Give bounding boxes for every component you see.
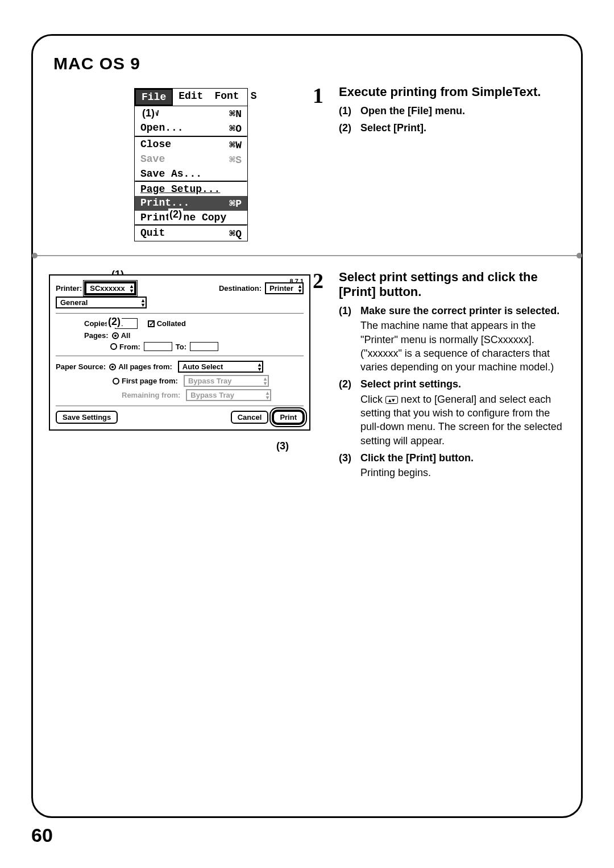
step-2: 2 Select print settings and click the [P… xyxy=(313,270,565,483)
updown-icon: ▴▾ xyxy=(298,284,301,293)
collated-label: Collated xyxy=(157,319,186,328)
desc-pre: Click xyxy=(360,394,385,405)
sub-num: (1) xyxy=(339,304,360,374)
print-dialog: 8.7.1 Printer: SCxxxxxx ▴▾ Destination: … xyxy=(49,274,310,431)
menu-item-quit[interactable]: Quit ⌘Q xyxy=(135,226,247,241)
menu-item-label: Close xyxy=(140,139,171,151)
menu-item-label: Print One Copy xyxy=(140,212,226,223)
sub-num: (3) xyxy=(339,451,360,480)
remaining-label: Remaining from: xyxy=(122,391,180,399)
step-number: 2 xyxy=(313,270,339,483)
content-frame: MAC OS 9 File Edit Font S New ⌘N xyxy=(31,34,583,818)
menu-item-save-as[interactable]: Save As... xyxy=(135,167,247,181)
first-page-select: Bypass Tray ▴▾ xyxy=(184,375,269,387)
step-1: 1 Execute printing from SimpleText. (1) … xyxy=(313,85,565,139)
menu-item-shortcut: ⌘S xyxy=(229,153,242,166)
step1-item-2: (2) Select [Print]. xyxy=(339,121,565,135)
sub-num: (2) xyxy=(339,121,360,135)
updown-icon: ▴▾ xyxy=(142,298,144,307)
sub-desc: The machine name that appears in the "Pr… xyxy=(360,319,565,374)
callout-2: (2) xyxy=(168,208,183,220)
first-page-value: Bypass Tray xyxy=(188,377,232,385)
destination-value: Printer xyxy=(269,284,293,293)
menu-item-page-setup[interactable]: Page Setup... xyxy=(135,182,247,196)
menu-tab-tail: S xyxy=(245,89,263,106)
menu-item-label: Print... xyxy=(140,197,189,210)
save-settings-button[interactable]: Save Settings xyxy=(56,411,118,424)
step2-item-1: (1) Make sure the correct printer is sel… xyxy=(339,304,565,374)
remaining-select: Bypass Tray ▴▾ xyxy=(186,389,271,401)
first-page-radio[interactable] xyxy=(113,378,119,385)
pages-all-label: All xyxy=(121,331,131,340)
menu-item-shortcut: ⌘O xyxy=(229,122,242,135)
all-pages-radio[interactable] xyxy=(109,364,116,370)
menu-tab-file[interactable]: File xyxy=(135,89,173,106)
sub-title: Click the [Print] button. xyxy=(360,452,474,464)
collated-checkbox[interactable] xyxy=(148,320,155,327)
destination-select[interactable]: Printer ▴▾ xyxy=(265,282,304,294)
callout-1: (1) xyxy=(141,107,156,119)
step1-item-1: (1) Open the [File] menu. xyxy=(339,104,565,118)
menu-item-label: Quit xyxy=(140,227,165,240)
pages-all-radio[interactable] xyxy=(112,332,119,339)
menu-item-label: Page Setup... xyxy=(140,183,220,195)
sub-title: Open the [File] menu. xyxy=(360,104,465,118)
step1-column: 1 Execute printing from SimpleText. (1) … xyxy=(307,85,565,241)
menu-item-close[interactable]: Close ⌘W xyxy=(135,137,247,152)
remaining-value: Bypass Tray xyxy=(190,391,234,399)
updown-icon: ▴▾ xyxy=(385,396,398,404)
sub-title: Select print settings. xyxy=(360,378,461,390)
dialog-buttons: Save Settings Cancel Print xyxy=(56,411,304,424)
destination-label: Destination: xyxy=(219,284,262,293)
section-separator xyxy=(33,252,581,260)
menu-item-print-one[interactable]: Print One Copy xyxy=(135,211,247,224)
dialog-callout-3: (3) xyxy=(275,440,290,452)
menu-tab-edit[interactable]: Edit xyxy=(173,89,209,106)
page: MAC OS 9 File Edit Font S New ⌘N xyxy=(0,0,614,868)
menu-item-label: Open... xyxy=(140,122,184,135)
step-number: 1 xyxy=(313,85,339,139)
first-page-label: First page from: xyxy=(122,377,178,385)
dialog-separator xyxy=(56,406,304,406)
printer-select[interactable]: SCxxxxxx ▴▾ xyxy=(85,282,135,294)
cancel-button[interactable]: Cancel xyxy=(231,411,269,424)
updown-icon: ▴▾ xyxy=(266,391,268,400)
pages-to-input[interactable] xyxy=(190,342,218,351)
all-pages-label: All pages from: xyxy=(118,362,172,371)
menu-item-print[interactable]: Print... ⌘P xyxy=(135,196,247,211)
menu-item-label: Save As... xyxy=(140,168,202,180)
row-2: (1) 8.7.1 Printer: SCxxxxxx ▴▾ Destinati… xyxy=(49,270,565,489)
sub-num: (1) xyxy=(339,104,360,118)
sub-num: (2) xyxy=(339,377,360,447)
print-button[interactable]: Print xyxy=(273,411,304,424)
sub-desc: Printing begins. xyxy=(360,466,474,479)
row-1: File Edit Font S New ⌘N Open... ⌘O xyxy=(49,85,565,241)
updown-icon: ▴▾ xyxy=(258,362,260,372)
menu-item-open[interactable]: Open... ⌘O xyxy=(135,121,247,136)
updown-icon: ▴▾ xyxy=(130,284,132,293)
menu-item-shortcut: ⌘N xyxy=(229,107,242,120)
pages-to-label: To: xyxy=(176,343,186,351)
menu-tab-font[interactable]: Font xyxy=(209,89,244,106)
paper-source-row: Paper Source: All pages from: Auto Selec… xyxy=(56,361,304,373)
paper-source-label: Paper Source: xyxy=(56,362,106,371)
menu-item-shortcut: ⌘P xyxy=(229,197,242,210)
copies-row: Copies: 1 Collated xyxy=(56,318,304,329)
pages-row: Pages: All xyxy=(56,331,304,340)
sub-desc: Click ▴▾ next to [General] and select ea… xyxy=(360,393,565,448)
pages-range-radio[interactable] xyxy=(110,343,117,350)
dialog-separator xyxy=(56,356,304,356)
print-dialog-column: (1) 8.7.1 Printer: SCxxxxxx ▴▾ Destinati… xyxy=(49,270,307,489)
menu-bar: File Edit Font S xyxy=(135,89,247,106)
menu-item-shortcut: ⌘W xyxy=(229,139,242,151)
remaining-row: Remaining from: Bypass Tray ▴▾ xyxy=(56,389,304,401)
all-pages-select[interactable]: Auto Select ▴▾ xyxy=(178,361,263,373)
step-title: Select print settings and click the [Pri… xyxy=(339,270,565,299)
page-number: 60 xyxy=(31,824,53,846)
settings-tab-select[interactable]: General ▴▾ xyxy=(56,297,147,308)
file-menu-column: File Edit Font S New ⌘N Open... ⌘O xyxy=(49,85,307,241)
pages-from-input[interactable] xyxy=(144,342,172,351)
section-title: MAC OS 9 xyxy=(53,54,565,73)
menu-item-shortcut: ⌘Q xyxy=(229,227,242,240)
step2-column: 2 Select print settings and click the [P… xyxy=(307,270,565,489)
